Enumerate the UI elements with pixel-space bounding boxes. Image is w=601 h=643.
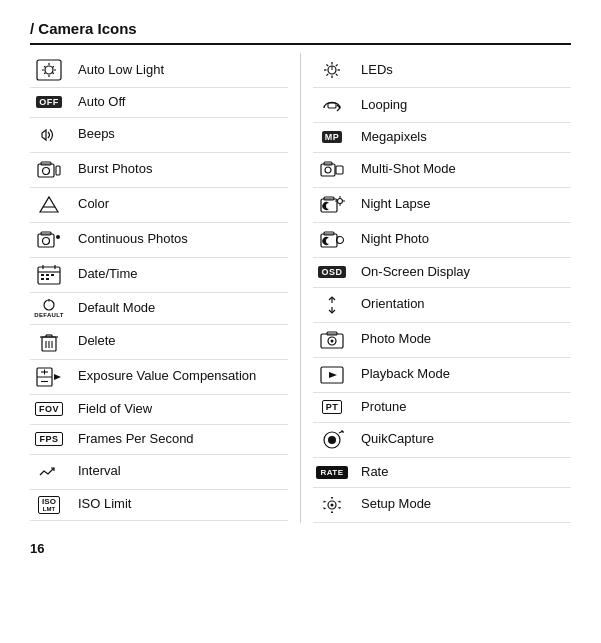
megapixels-icon: MP — [313, 131, 351, 143]
fov-icon: FOV — [30, 402, 68, 416]
delete-label: Delete — [78, 333, 116, 350]
leds-label: LEDs — [361, 62, 393, 79]
list-item: Photo Mode — [313, 323, 571, 358]
list-item: Interval — [30, 455, 288, 490]
list-item: Orientation — [313, 288, 571, 323]
svg-point-1 — [45, 66, 53, 74]
continuous-photos-label: Continuous Photos — [78, 231, 188, 248]
datetime-label: Date/Time — [78, 266, 137, 283]
svg-rect-13 — [56, 166, 60, 175]
quikcapture-icon — [313, 429, 351, 451]
leds-icon — [313, 59, 351, 81]
fov-label: Field of View — [78, 401, 152, 418]
beeps-label: Beeps — [78, 126, 115, 143]
night-photo-label: Night Photo — [361, 231, 429, 248]
svg-line-52 — [326, 74, 328, 76]
night-photo-icon — [313, 229, 351, 251]
list-item: Looping — [313, 88, 571, 123]
list-item: Setup Mode — [313, 488, 571, 523]
default-mode-label: Default Mode — [78, 300, 155, 317]
continuous-photos-icon — [30, 229, 68, 251]
burst-photos-label: Burst Photos — [78, 161, 152, 178]
left-column: Auto Low Light OFF Auto Off Beeps — [30, 53, 301, 523]
list-item: Date/Time — [30, 258, 288, 293]
fps-label: Frames Per Second — [78, 431, 194, 448]
auto-low-light-icon — [30, 59, 68, 81]
list-item: RATE Rate — [313, 458, 571, 488]
color-icon — [30, 194, 68, 216]
color-label: Color — [78, 196, 109, 213]
orientation-icon — [313, 294, 351, 316]
svg-point-61 — [338, 198, 343, 203]
svg-line-15 — [40, 197, 49, 212]
svg-line-49 — [326, 64, 328, 66]
night-lapse-icon — [313, 194, 351, 216]
svg-rect-54 — [328, 103, 336, 108]
default-mode-icon: DEFAULT — [30, 299, 68, 318]
svg-point-83 — [331, 503, 334, 506]
rate-icon: RATE — [313, 466, 351, 479]
list-item: Multi-Shot Mode — [313, 153, 571, 188]
auto-low-light-label: Auto Low Light — [78, 62, 164, 79]
svg-point-12 — [43, 167, 50, 174]
iso-label: ISO Limit — [78, 496, 131, 513]
svg-rect-27 — [41, 278, 44, 280]
svg-line-7 — [53, 73, 54, 74]
list-item: Exposure Value Compensation — [30, 360, 288, 395]
list-item: Night Lapse — [313, 188, 571, 223]
datetime-icon — [30, 264, 68, 286]
list-item: Color — [30, 188, 288, 223]
svg-rect-26 — [51, 274, 54, 276]
svg-rect-58 — [336, 166, 343, 174]
list-item: OFF Auto Off — [30, 88, 288, 118]
auto-off-icon: OFF — [30, 96, 68, 108]
list-item: FPS Frames Per Second — [30, 425, 288, 455]
photo-mode-label: Photo Mode — [361, 331, 431, 348]
right-column: LEDs Looping MP Megapixels — [301, 53, 571, 523]
list-item: ISO LMT ISO Limit — [30, 490, 288, 521]
osd-icon: OSD — [313, 266, 351, 278]
exposure-label: Exposure Value Compensation — [78, 368, 256, 385]
svg-line-8 — [53, 66, 54, 67]
beeps-icon — [30, 124, 68, 146]
page-title: / Camera Icons — [30, 20, 571, 45]
interval-label: Interval — [78, 463, 121, 480]
quikcapture-label: QuikCapture — [361, 431, 434, 448]
list-item: Playback Mode — [313, 358, 571, 393]
list-item: Continuous Photos — [30, 223, 288, 258]
svg-rect-24 — [41, 274, 44, 276]
svg-point-18 — [43, 237, 50, 244]
list-item: Delete — [30, 325, 288, 360]
svg-line-51 — [336, 64, 338, 66]
looping-label: Looping — [361, 97, 407, 114]
orientation-label: Orientation — [361, 296, 425, 313]
megapixels-label: Megapixels — [361, 129, 427, 146]
protune-icon: PT — [313, 400, 351, 414]
svg-rect-55 — [321, 164, 335, 176]
looping-icon — [313, 94, 351, 116]
svg-point-19 — [56, 235, 60, 239]
photo-mode-icon — [313, 329, 351, 351]
list-item: Night Photo — [313, 223, 571, 258]
auto-off-label: Auto Off — [78, 94, 125, 111]
list-item: FOV Field of View — [30, 395, 288, 425]
multishot-mode-icon — [313, 159, 351, 181]
list-item: PT Protune — [313, 393, 571, 423]
list-item: Auto Low Light — [30, 53, 288, 88]
setup-mode-icon — [313, 494, 351, 516]
svg-line-9 — [44, 73, 45, 74]
playback-mode-icon — [313, 364, 351, 386]
svg-line-6 — [44, 66, 45, 67]
svg-rect-25 — [46, 274, 49, 276]
list-item: Beeps — [30, 118, 288, 153]
list-item: OSD On-Screen Display — [313, 258, 571, 288]
protune-label: Protune — [361, 399, 407, 416]
svg-marker-76 — [329, 372, 337, 378]
list-item: QuikCapture — [313, 423, 571, 458]
svg-point-57 — [325, 167, 331, 173]
list-item: Burst Photos — [30, 153, 288, 188]
multishot-label: Multi-Shot Mode — [361, 161, 456, 178]
playback-mode-label: Playback Mode — [361, 366, 450, 383]
svg-rect-28 — [46, 278, 49, 280]
delete-icon — [30, 331, 68, 353]
